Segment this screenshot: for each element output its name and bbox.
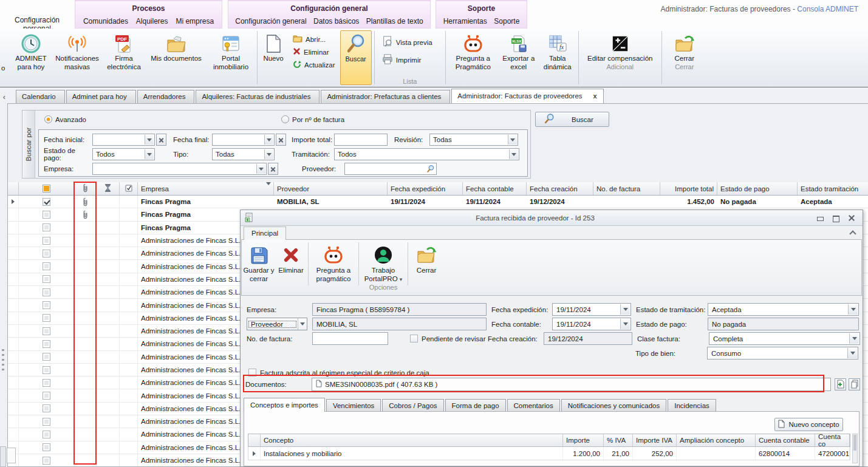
- filter-chevron-icon[interactable]: [266, 185, 271, 193]
- imprimir-button[interactable]: Imprimir: [382, 54, 438, 66]
- concepto-row[interactable]: Instalaciones y mobiliario 1.200,00 21,0…: [248, 447, 850, 460]
- row-checkbox[interactable]: [43, 443, 50, 451]
- dialog-titlebar[interactable]: Factura recibida de proveedor - Id 253: [241, 210, 863, 226]
- fecha-contable-combo[interactable]: 19/11/2024: [552, 318, 631, 330]
- dialog-section-tab[interactable]: Vencimientos: [326, 399, 381, 412]
- document-item[interactable]: SME3SIN0008035.pdf ( 407.63 KB ): [325, 381, 437, 388]
- tipo-bien-combo[interactable]: Consumo: [707, 347, 858, 360]
- row-checkbox[interactable]: [43, 275, 50, 283]
- row-checkbox[interactable]: [43, 288, 50, 296]
- radio-por-numero[interactable]: Por nº de factura: [281, 115, 344, 123]
- buscar-button-selected[interactable]: Buscar: [340, 30, 372, 85]
- notificaciones-masivas-button[interactable]: Notificaciones masivas: [53, 29, 101, 87]
- copy-document-button[interactable]: [849, 378, 860, 390]
- row-checkbox[interactable]: [43, 340, 50, 348]
- chevron-down-icon[interactable]: [848, 304, 858, 315]
- row-checkbox[interactable]: [43, 301, 50, 309]
- col-header-cuenta-co[interactable]: Cuenta co: [815, 434, 850, 446]
- dialog-section-tab[interactable]: Notificaciones y comunicados: [561, 399, 667, 412]
- tab-scroll-left[interactable]: ‹: [0, 92, 9, 103]
- guardar-cerrar-button[interactable]: Guardar y cerrar: [242, 240, 276, 295]
- adminet-hoy-button[interactable]: ADMINET para hoy: [9, 29, 53, 87]
- row-checkbox[interactable]: [43, 262, 50, 270]
- estado-tramitacion-combo[interactable]: Aceptada: [708, 303, 859, 316]
- col-header-cuenta-contable[interactable]: Cuenta contable: [756, 434, 815, 446]
- checkbox-icon[interactable]: [248, 369, 256, 377]
- col-header-fecha-contable[interactable]: Fecha contable: [463, 182, 527, 195]
- row-checkbox[interactable]: [43, 418, 50, 426]
- row-checkbox[interactable]: [43, 198, 50, 206]
- nuevo-button[interactable]: Nuevo: [259, 29, 288, 87]
- row-checkbox[interactable]: [43, 327, 50, 335]
- row-checkbox[interactable]: [43, 392, 50, 400]
- radio-avanzado[interactable]: Avanzado: [44, 115, 281, 123]
- chevron-down-icon[interactable]: [508, 135, 517, 145]
- clear-icon[interactable]: [268, 163, 278, 175]
- dialog-tab-principal[interactable]: Principal: [244, 227, 286, 240]
- col-header-fecha-creacion[interactable]: Fecha creación: [527, 182, 593, 195]
- document-tab[interactable]: Calendario: [16, 90, 65, 103]
- select-all-checkbox-icon[interactable]: [43, 185, 50, 193]
- collapse-chevron-icon[interactable]: [849, 230, 856, 235]
- document-tab[interactable]: Alquileres: Facturas de industriales: [196, 90, 320, 103]
- ribbon-item[interactable]: Alquileres: [136, 17, 168, 26]
- splitter-handle[interactable]: [2, 349, 4, 373]
- chevron-down-icon[interactable]: [264, 135, 273, 145]
- vertical-scrollbar[interactable]: [852, 434, 858, 463]
- documentos-list[interactable]: SME3SIN0008035.pdf ( 407.63 KB ): [312, 378, 831, 391]
- col-header-proveedor[interactable]: Proveedor: [274, 182, 388, 195]
- search-icon[interactable]: [426, 165, 435, 174]
- revision-column-header[interactable]: [120, 182, 138, 195]
- fecha-inicial-combo[interactable]: [92, 134, 155, 146]
- col-header-no-factura[interactable]: No. de factura: [593, 182, 660, 195]
- actualizar-button[interactable]: Actualizar: [293, 60, 335, 70]
- proveedor-selector-button[interactable]: Proveedor: [247, 318, 307, 330]
- radio-dot-icon[interactable]: [281, 115, 289, 123]
- ribbon-item[interactable]: Mi empresa: [176, 17, 214, 26]
- chevron-down-icon[interactable]: [620, 319, 630, 329]
- abrir-button[interactable]: Abrir...: [293, 35, 335, 44]
- editar-compensacion-button[interactable]: Editar compensación: [580, 29, 660, 63]
- clase-factura-combo[interactable]: Completa: [709, 332, 860, 345]
- buscar-submit-button[interactable]: Buscar: [535, 112, 609, 127]
- row-checkbox[interactable]: [43, 431, 50, 438]
- nuevo-concepto-button[interactable]: Nuevo concepto: [774, 418, 843, 431]
- ribbon-item[interactable]: Comunidades: [83, 17, 128, 26]
- col-header-fecha-expedicion[interactable]: Fecha expedición: [388, 182, 463, 195]
- trabajo-portalpro-button[interactable]: Trabajo PortalPRO ▾: [361, 240, 406, 284]
- add-document-button[interactable]: [835, 378, 846, 390]
- chevron-down-icon[interactable]: [145, 149, 154, 159]
- dialog-section-tab[interactable]: Incidencias: [668, 399, 716, 412]
- ribbon-item[interactable]: Soporte: [494, 17, 519, 26]
- col-header-empresa[interactable]: Empresa: [138, 182, 274, 195]
- col-header-ampliacion[interactable]: Ampliación concepto: [677, 434, 756, 446]
- pending-column-header[interactable]: [97, 182, 120, 195]
- row-checkbox[interactable]: [43, 404, 50, 412]
- vista-previa-button[interactable]: Vista previa: [382, 36, 438, 49]
- row-checkbox[interactable]: [43, 237, 50, 245]
- chevron-down-icon[interactable]: [145, 135, 154, 145]
- dialog-section-tab[interactable]: Comentarios: [507, 399, 560, 412]
- col-header-estado-pago[interactable]: Estado de pago: [717, 182, 798, 195]
- document-tab[interactable]: Adminet para hoy: [66, 90, 136, 103]
- importe-total-input[interactable]: [334, 134, 388, 146]
- scrollbar-fragment[interactable]: [0, 446, 6, 467]
- row-checkbox[interactable]: [43, 211, 50, 219]
- firma-electronica-button[interactable]: PDF Firma electrónica: [101, 29, 146, 87]
- revision-combo[interactable]: Todas: [429, 134, 518, 146]
- ribbon-item[interactable]: Herramientas: [443, 17, 487, 26]
- col-header-estado-tramitacion[interactable]: Estado tramitación: [798, 182, 868, 195]
- table-row[interactable]: Fincas Pragma MOBILIA, SL 19/11/2024 19/…: [8, 196, 868, 208]
- ribbon-item[interactable]: Configuración general: [235, 17, 306, 26]
- radio-dot-icon[interactable]: [44, 115, 52, 123]
- chevron-down-icon[interactable]: [264, 149, 273, 159]
- fecha-expedicion-combo[interactable]: 19/11/2024: [552, 303, 631, 316]
- dialog-section-tab[interactable]: Cobros / Pagos: [382, 399, 443, 412]
- tab-close-icon[interactable]: x: [593, 92, 596, 100]
- tramitacion-combo[interactable]: Todos: [334, 148, 519, 160]
- row-checkbox[interactable]: [43, 353, 50, 361]
- row-checkbox[interactable]: [43, 457, 50, 465]
- exportar-excel-button[interactable]: XLSX Exportar a excel: [499, 29, 538, 87]
- dialog-cerrar-button[interactable]: Cerrar: [410, 240, 443, 295]
- col-header-iva[interactable]: % IVA: [604, 434, 633, 446]
